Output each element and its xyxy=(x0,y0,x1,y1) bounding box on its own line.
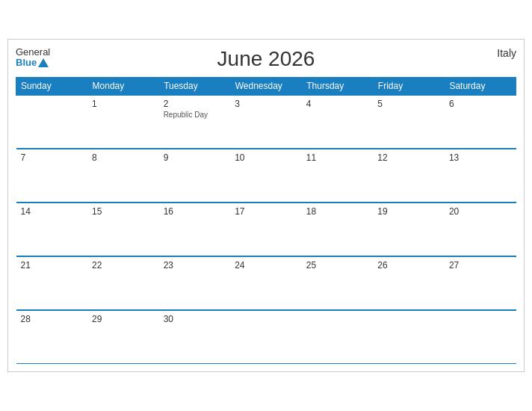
day-number: 20 xyxy=(449,206,512,217)
day-number: 21 xyxy=(21,260,84,271)
calendar-cell xyxy=(230,310,302,364)
calendar-cell: 21 xyxy=(16,256,88,310)
calendar-cell: 23 xyxy=(159,256,231,310)
calendar-header: General Blue June 2026 Italy xyxy=(16,47,516,71)
calendar-cell: 10 xyxy=(230,149,302,203)
logo-triangle-icon xyxy=(38,58,49,67)
day-number: 14 xyxy=(21,206,84,217)
day-number: 13 xyxy=(449,152,512,163)
calendar-cell: 20 xyxy=(445,203,516,256)
calendar-cell: 18 xyxy=(302,203,374,256)
day-number: 27 xyxy=(449,260,512,271)
calendar-cell: 24 xyxy=(230,256,302,310)
calendar-cell: 5 xyxy=(373,95,445,149)
holiday-label: Republic Day xyxy=(164,111,226,119)
calendar-cell xyxy=(302,310,374,364)
day-number: 17 xyxy=(235,206,297,217)
calendar-cell xyxy=(445,310,516,364)
col-header-wednesday: Wednesday xyxy=(230,77,302,95)
calendar-week-row: 21222324252627 xyxy=(16,256,516,310)
calendar-cell: 26 xyxy=(373,256,445,310)
day-number: 28 xyxy=(21,314,84,324)
calendar-cell: 19 xyxy=(373,203,445,256)
day-number: 22 xyxy=(92,260,155,271)
calendar-title: June 2026 xyxy=(217,47,315,71)
calendar-cell: 12 xyxy=(373,149,445,203)
col-header-monday: Monday xyxy=(87,77,159,95)
calendar-cell: 9 xyxy=(159,149,231,203)
col-header-friday: Friday xyxy=(373,77,445,95)
day-number: 25 xyxy=(306,260,369,271)
calendar-cell: 15 xyxy=(87,203,159,256)
day-number: 19 xyxy=(377,206,440,217)
day-number: 3 xyxy=(235,99,297,109)
day-number: 12 xyxy=(377,152,440,163)
col-header-sunday: Sunday xyxy=(16,77,88,95)
country-label: Italy xyxy=(497,47,516,59)
calendar-cell: 14 xyxy=(16,203,88,256)
day-number: 23 xyxy=(164,260,226,271)
calendar-cell: 30 xyxy=(159,310,231,364)
calendar-cell: 6 xyxy=(445,95,516,149)
day-number: 16 xyxy=(164,206,226,217)
calendar-cell xyxy=(16,95,88,149)
logo-general-text: General xyxy=(16,47,50,58)
header-row: Sunday Monday Tuesday Wednesday Thursday… xyxy=(16,77,516,95)
calendar-cell: 13 xyxy=(445,149,516,203)
calendar-week-row: 12Republic Day3456 xyxy=(16,95,516,149)
calendar-cell: 2Republic Day xyxy=(159,95,231,149)
day-number: 26 xyxy=(377,260,440,271)
calendar-week-row: 14151617181920 xyxy=(16,203,516,256)
day-number: 29 xyxy=(92,314,155,324)
logo-blue-text: Blue xyxy=(16,58,49,68)
calendar-cell: 27 xyxy=(445,256,516,310)
col-header-thursday: Thursday xyxy=(302,77,374,95)
calendar-table: Sunday Monday Tuesday Wednesday Thursday… xyxy=(16,77,516,365)
day-number: 10 xyxy=(235,152,297,163)
day-number: 4 xyxy=(306,99,369,109)
day-number: 5 xyxy=(377,99,440,109)
calendar-container: General Blue June 2026 Italy Sunday Mond… xyxy=(7,39,525,373)
calendar-cell: 16 xyxy=(159,203,231,256)
logo: General Blue xyxy=(16,47,50,69)
calendar-cell: 28 xyxy=(16,310,88,364)
calendar-cell: 1 xyxy=(87,95,159,149)
calendar-cell: 17 xyxy=(230,203,302,256)
calendar-week-row: 78910111213 xyxy=(16,149,516,203)
calendar-cell: 4 xyxy=(302,95,374,149)
day-number: 18 xyxy=(306,206,369,217)
day-number: 6 xyxy=(449,99,512,109)
day-number: 24 xyxy=(235,260,297,271)
col-header-tuesday: Tuesday xyxy=(159,77,231,95)
calendar-cell: 25 xyxy=(302,256,374,310)
col-header-saturday: Saturday xyxy=(445,77,516,95)
day-number: 2 xyxy=(164,99,226,109)
calendar-week-row: 282930 xyxy=(16,310,516,364)
calendar-cell: 7 xyxy=(16,149,88,203)
day-number: 30 xyxy=(164,314,226,324)
calendar-cell: 11 xyxy=(302,149,374,203)
calendar-cell: 8 xyxy=(87,149,159,203)
calendar-cell: 29 xyxy=(87,310,159,364)
day-number: 7 xyxy=(21,152,84,163)
calendar-cell xyxy=(373,310,445,364)
calendar-cell: 22 xyxy=(87,256,159,310)
day-number: 1 xyxy=(92,99,155,109)
day-number: 15 xyxy=(92,206,155,217)
day-number: 11 xyxy=(306,152,369,163)
day-number: 9 xyxy=(164,152,226,163)
calendar-cell: 3 xyxy=(230,95,302,149)
day-number: 8 xyxy=(92,152,155,163)
